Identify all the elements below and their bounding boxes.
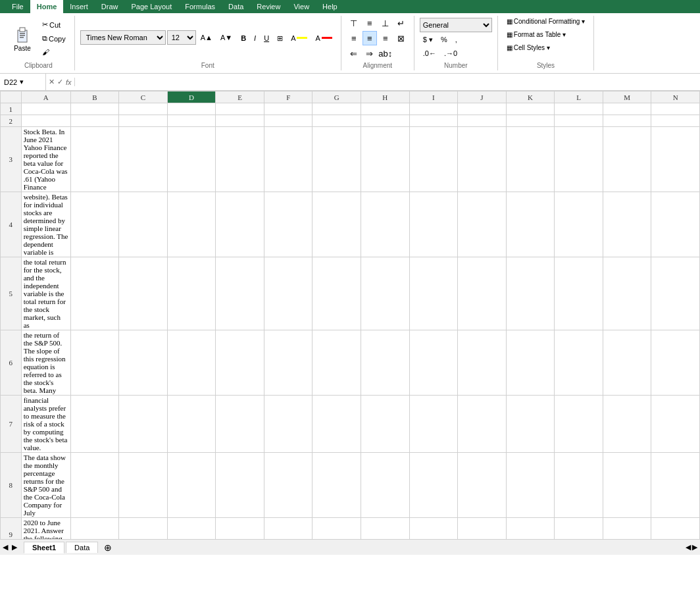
cell-K4[interactable] — [506, 192, 555, 257]
paste-button[interactable]: Paste — [8, 21, 37, 55]
cell-I4[interactable] — [409, 192, 458, 257]
cell-F5[interactable] — [264, 257, 312, 330]
cell-B2[interactable] — [70, 115, 119, 127]
col-header-K[interactable]: K — [506, 91, 555, 103]
align-center-button[interactable]: ≡ — [362, 31, 377, 45]
align-middle-button[interactable]: ≡ — [362, 16, 377, 30]
italic-button[interactable]: I — [251, 32, 259, 44]
cell-styles-button[interactable]: ▦ Cell Styles ▾ — [503, 42, 553, 53]
font-color-button[interactable]: A — [312, 32, 335, 44]
cell-J9[interactable] — [458, 518, 507, 540]
col-header-J[interactable]: J — [458, 91, 507, 103]
cut-button[interactable]: ✂ Cut — [39, 18, 69, 31]
row-header-3[interactable]: 3 — [1, 127, 22, 192]
cell-H2[interactable] — [361, 115, 410, 127]
tab-help[interactable]: Help — [316, 0, 344, 13]
cell-J3[interactable] — [458, 127, 507, 192]
cell-K1[interactable] — [506, 103, 555, 115]
font-size-select[interactable]: 8 10 12 14 16 — [167, 30, 196, 45]
cell-B1[interactable] — [70, 103, 119, 115]
cell-E4[interactable] — [216, 192, 264, 257]
cell-G1[interactable] — [312, 103, 361, 115]
cell-B4[interactable] — [70, 192, 119, 257]
cell-G7[interactable] — [312, 396, 361, 453]
cell-C7[interactable] — [119, 396, 168, 453]
cell-H3[interactable] — [361, 127, 410, 192]
scroll-sheet-left-icon[interactable]: ◀ — [686, 543, 691, 552]
cell-D3[interactable] — [167, 127, 216, 192]
cell-M4[interactable] — [603, 192, 651, 257]
cell-J7[interactable] — [458, 396, 507, 453]
tab-home[interactable]: Home — [30, 0, 64, 13]
cell-I6[interactable] — [409, 330, 458, 396]
cell-H4[interactable] — [361, 192, 410, 257]
cell-N9[interactable] — [651, 518, 700, 540]
cell-J8[interactable] — [458, 453, 507, 518]
row-header-5[interactable]: 5 — [1, 257, 22, 330]
increase-decimal-button[interactable]: .→0 — [441, 47, 461, 59]
cell-F3[interactable] — [264, 127, 312, 192]
border-button[interactable]: ⊞ — [274, 32, 286, 45]
cell-K5[interactable] — [506, 257, 555, 330]
cell-D5[interactable] — [167, 257, 216, 330]
cell-L8[interactable] — [555, 453, 603, 518]
cell-C2[interactable] — [119, 115, 168, 127]
cell-K9[interactable] — [506, 518, 555, 540]
cell-N7[interactable] — [651, 396, 700, 453]
cell-I7[interactable] — [409, 396, 458, 453]
tab-data[interactable]: Data — [222, 0, 250, 13]
decrease-decimal-button[interactable]: .0← — [420, 47, 439, 59]
cell-C1[interactable] — [119, 103, 168, 115]
cell-H7[interactable] — [361, 396, 410, 453]
cell-M9[interactable] — [603, 518, 651, 540]
cell-F1[interactable] — [264, 103, 312, 115]
cell-F4[interactable] — [264, 192, 312, 257]
cell-B6[interactable] — [70, 330, 119, 396]
cell-B8[interactable] — [70, 453, 119, 518]
fill-color-button[interactable]: A — [288, 32, 311, 44]
percent-button[interactable]: % — [438, 34, 451, 46]
formula-input[interactable] — [75, 74, 700, 90]
cell-G4[interactable] — [312, 192, 361, 257]
cell-E3[interactable] — [216, 127, 264, 192]
col-header-N[interactable]: N — [651, 91, 700, 103]
cell-E8[interactable] — [216, 453, 264, 518]
cell-C5[interactable] — [119, 257, 168, 330]
cell-D7[interactable] — [167, 396, 216, 453]
cell-A8[interactable]: The data show the monthly percentage ret… — [21, 453, 70, 518]
cell-I9[interactable] — [409, 518, 458, 540]
cell-L5[interactable] — [555, 257, 603, 330]
underline-button[interactable]: U — [261, 32, 272, 44]
row-header-1[interactable]: 1 — [1, 103, 22, 115]
col-header-A[interactable]: A — [21, 91, 70, 103]
col-header-E[interactable]: E — [216, 91, 264, 103]
scroll-sheet-right-icon[interactable]: ▶ — [692, 543, 697, 552]
align-right-button[interactable]: ≡ — [378, 31, 393, 45]
cell-J6[interactable] — [458, 330, 507, 396]
col-header-B[interactable]: B — [70, 91, 119, 103]
col-header-M[interactable]: M — [603, 91, 651, 103]
cell-N6[interactable] — [651, 330, 700, 396]
row-header-4[interactable]: 4 — [1, 192, 22, 257]
cell-D2[interactable] — [167, 115, 216, 127]
cell-L7[interactable] — [555, 396, 603, 453]
cell-K7[interactable] — [506, 396, 555, 453]
col-header-L[interactable]: L — [555, 91, 603, 103]
cell-M1[interactable] — [603, 103, 651, 115]
comma-button[interactable]: , — [452, 34, 461, 46]
cell-A2[interactable] — [21, 115, 70, 127]
bold-button[interactable]: B — [238, 32, 249, 44]
cell-M8[interactable] — [603, 453, 651, 518]
cell-I5[interactable] — [409, 257, 458, 330]
row-header-8[interactable]: 8 — [1, 453, 22, 518]
cell-C8[interactable] — [119, 453, 168, 518]
confirm-formula-icon[interactable]: ✓ — [57, 78, 63, 86]
col-header-I[interactable]: I — [409, 91, 458, 103]
currency-button[interactable]: $ ▾ — [420, 34, 436, 46]
cell-I2[interactable] — [409, 115, 458, 127]
tab-file[interactable]: File — [5, 0, 30, 13]
cell-F7[interactable] — [264, 396, 312, 453]
cell-L1[interactable] — [555, 103, 603, 115]
increase-font-button[interactable]: A▲ — [197, 32, 216, 43]
cell-L9[interactable] — [555, 518, 603, 540]
